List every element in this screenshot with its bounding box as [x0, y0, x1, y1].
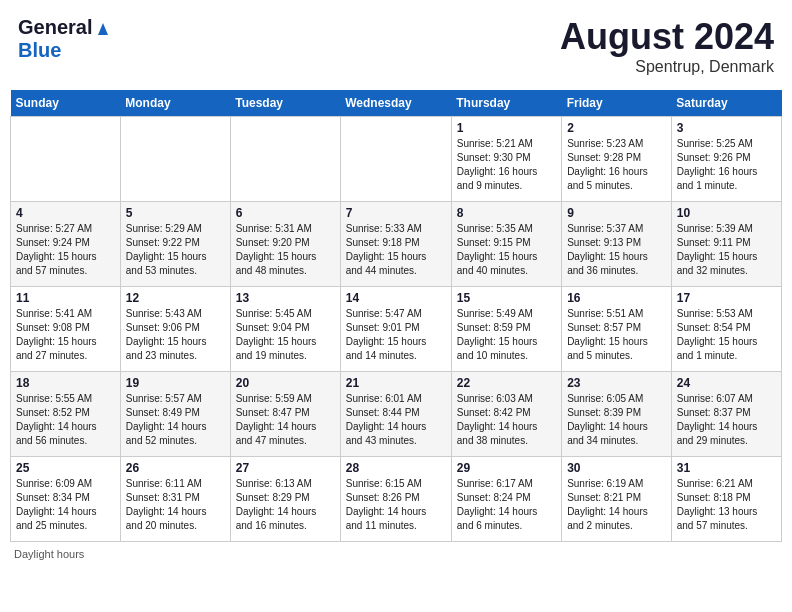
logo-general: General [18, 16, 92, 39]
calendar-cell: 24Sunrise: 6:07 AM Sunset: 8:37 PM Dayli… [671, 372, 781, 457]
day-number: 29 [457, 461, 556, 475]
day-info: Sunrise: 5:59 AM Sunset: 8:47 PM Dayligh… [236, 392, 335, 448]
calendar-cell: 19Sunrise: 5:57 AM Sunset: 8:49 PM Dayli… [120, 372, 230, 457]
calendar-week-row: 11Sunrise: 5:41 AM Sunset: 9:08 PM Dayli… [11, 287, 782, 372]
day-info: Sunrise: 5:51 AM Sunset: 8:57 PM Dayligh… [567, 307, 666, 363]
calendar-cell [230, 117, 340, 202]
calendar-cell: 11Sunrise: 5:41 AM Sunset: 9:08 PM Dayli… [11, 287, 121, 372]
month-year-title: August 2024 [560, 16, 774, 58]
calendar-cell: 13Sunrise: 5:45 AM Sunset: 9:04 PM Dayli… [230, 287, 340, 372]
day-info: Sunrise: 5:35 AM Sunset: 9:15 PM Dayligh… [457, 222, 556, 278]
page-header: General Blue August 2024 Spentrup, Denma… [10, 10, 782, 82]
day-number: 21 [346, 376, 446, 390]
calendar-week-row: 4Sunrise: 5:27 AM Sunset: 9:24 PM Daylig… [11, 202, 782, 287]
calendar-week-row: 25Sunrise: 6:09 AM Sunset: 8:34 PM Dayli… [11, 457, 782, 542]
calendar-cell: 25Sunrise: 6:09 AM Sunset: 8:34 PM Dayli… [11, 457, 121, 542]
calendar-cell: 6Sunrise: 5:31 AM Sunset: 9:20 PM Daylig… [230, 202, 340, 287]
day-number: 4 [16, 206, 115, 220]
day-number: 26 [126, 461, 225, 475]
calendar-cell: 8Sunrise: 5:35 AM Sunset: 9:15 PM Daylig… [451, 202, 561, 287]
calendar-cell: 2Sunrise: 5:23 AM Sunset: 9:28 PM Daylig… [562, 117, 672, 202]
calendar-cell: 27Sunrise: 6:13 AM Sunset: 8:29 PM Dayli… [230, 457, 340, 542]
calendar-cell [11, 117, 121, 202]
weekday-header: Tuesday [230, 90, 340, 117]
day-info: Sunrise: 5:49 AM Sunset: 8:59 PM Dayligh… [457, 307, 556, 363]
weekday-header: Sunday [11, 90, 121, 117]
day-info: Sunrise: 6:13 AM Sunset: 8:29 PM Dayligh… [236, 477, 335, 533]
day-info: Sunrise: 5:25 AM Sunset: 9:26 PM Dayligh… [677, 137, 776, 193]
day-number: 6 [236, 206, 335, 220]
day-number: 18 [16, 376, 115, 390]
day-info: Sunrise: 5:37 AM Sunset: 9:13 PM Dayligh… [567, 222, 666, 278]
day-number: 10 [677, 206, 776, 220]
day-info: Sunrise: 6:09 AM Sunset: 8:34 PM Dayligh… [16, 477, 115, 533]
calendar-week-row: 18Sunrise: 5:55 AM Sunset: 8:52 PM Dayli… [11, 372, 782, 457]
day-number: 25 [16, 461, 115, 475]
calendar-cell: 7Sunrise: 5:33 AM Sunset: 9:18 PM Daylig… [340, 202, 451, 287]
day-info: Sunrise: 6:21 AM Sunset: 8:18 PM Dayligh… [677, 477, 776, 533]
weekday-header: Monday [120, 90, 230, 117]
day-number: 22 [457, 376, 556, 390]
title-block: August 2024 Spentrup, Denmark [560, 16, 774, 76]
calendar-cell: 16Sunrise: 5:51 AM Sunset: 8:57 PM Dayli… [562, 287, 672, 372]
day-number: 2 [567, 121, 666, 135]
day-number: 24 [677, 376, 776, 390]
day-number: 30 [567, 461, 666, 475]
day-number: 19 [126, 376, 225, 390]
logo: General Blue [18, 16, 112, 62]
calendar-cell: 5Sunrise: 5:29 AM Sunset: 9:22 PM Daylig… [120, 202, 230, 287]
day-info: Sunrise: 5:41 AM Sunset: 9:08 PM Dayligh… [16, 307, 115, 363]
weekday-header: Wednesday [340, 90, 451, 117]
day-number: 5 [126, 206, 225, 220]
day-info: Sunrise: 5:27 AM Sunset: 9:24 PM Dayligh… [16, 222, 115, 278]
day-number: 14 [346, 291, 446, 305]
calendar-cell: 12Sunrise: 5:43 AM Sunset: 9:06 PM Dayli… [120, 287, 230, 372]
calendar-cell: 9Sunrise: 5:37 AM Sunset: 9:13 PM Daylig… [562, 202, 672, 287]
weekday-header: Friday [562, 90, 672, 117]
day-info: Sunrise: 6:03 AM Sunset: 8:42 PM Dayligh… [457, 392, 556, 448]
calendar-cell: 31Sunrise: 6:21 AM Sunset: 8:18 PM Dayli… [671, 457, 781, 542]
calendar-cell: 18Sunrise: 5:55 AM Sunset: 8:52 PM Dayli… [11, 372, 121, 457]
day-info: Sunrise: 6:17 AM Sunset: 8:24 PM Dayligh… [457, 477, 556, 533]
day-number: 31 [677, 461, 776, 475]
day-number: 27 [236, 461, 335, 475]
day-number: 9 [567, 206, 666, 220]
day-info: Sunrise: 5:57 AM Sunset: 8:49 PM Dayligh… [126, 392, 225, 448]
day-number: 13 [236, 291, 335, 305]
calendar-cell: 21Sunrise: 6:01 AM Sunset: 8:44 PM Dayli… [340, 372, 451, 457]
svg-marker-0 [98, 23, 108, 35]
calendar-cell: 28Sunrise: 6:15 AM Sunset: 8:26 PM Dayli… [340, 457, 451, 542]
footer-note: Daylight hours [10, 548, 782, 560]
day-number: 17 [677, 291, 776, 305]
day-info: Sunrise: 5:47 AM Sunset: 9:01 PM Dayligh… [346, 307, 446, 363]
day-info: Sunrise: 5:33 AM Sunset: 9:18 PM Dayligh… [346, 222, 446, 278]
calendar-cell: 1Sunrise: 5:21 AM Sunset: 9:30 PM Daylig… [451, 117, 561, 202]
day-info: Sunrise: 6:11 AM Sunset: 8:31 PM Dayligh… [126, 477, 225, 533]
day-number: 16 [567, 291, 666, 305]
day-info: Sunrise: 5:43 AM Sunset: 9:06 PM Dayligh… [126, 307, 225, 363]
weekday-header-row: SundayMondayTuesdayWednesdayThursdayFrid… [11, 90, 782, 117]
day-info: Sunrise: 5:21 AM Sunset: 9:30 PM Dayligh… [457, 137, 556, 193]
day-number: 23 [567, 376, 666, 390]
calendar-cell: 3Sunrise: 5:25 AM Sunset: 9:26 PM Daylig… [671, 117, 781, 202]
calendar-cell: 14Sunrise: 5:47 AM Sunset: 9:01 PM Dayli… [340, 287, 451, 372]
day-info: Sunrise: 5:53 AM Sunset: 8:54 PM Dayligh… [677, 307, 776, 363]
day-number: 3 [677, 121, 776, 135]
day-number: 7 [346, 206, 446, 220]
weekday-header: Saturday [671, 90, 781, 117]
calendar-cell: 15Sunrise: 5:49 AM Sunset: 8:59 PM Dayli… [451, 287, 561, 372]
day-number: 8 [457, 206, 556, 220]
day-number: 1 [457, 121, 556, 135]
calendar-cell: 26Sunrise: 6:11 AM Sunset: 8:31 PM Dayli… [120, 457, 230, 542]
day-info: Sunrise: 5:31 AM Sunset: 9:20 PM Dayligh… [236, 222, 335, 278]
day-info: Sunrise: 6:05 AM Sunset: 8:39 PM Dayligh… [567, 392, 666, 448]
day-info: Sunrise: 5:29 AM Sunset: 9:22 PM Dayligh… [126, 222, 225, 278]
day-number: 28 [346, 461, 446, 475]
calendar-cell: 10Sunrise: 5:39 AM Sunset: 9:11 PM Dayli… [671, 202, 781, 287]
calendar-cell: 4Sunrise: 5:27 AM Sunset: 9:24 PM Daylig… [11, 202, 121, 287]
calendar-cell: 30Sunrise: 6:19 AM Sunset: 8:21 PM Dayli… [562, 457, 672, 542]
calendar-cell [340, 117, 451, 202]
day-info: Sunrise: 5:55 AM Sunset: 8:52 PM Dayligh… [16, 392, 115, 448]
calendar-cell: 17Sunrise: 5:53 AM Sunset: 8:54 PM Dayli… [671, 287, 781, 372]
calendar-cell: 29Sunrise: 6:17 AM Sunset: 8:24 PM Dayli… [451, 457, 561, 542]
